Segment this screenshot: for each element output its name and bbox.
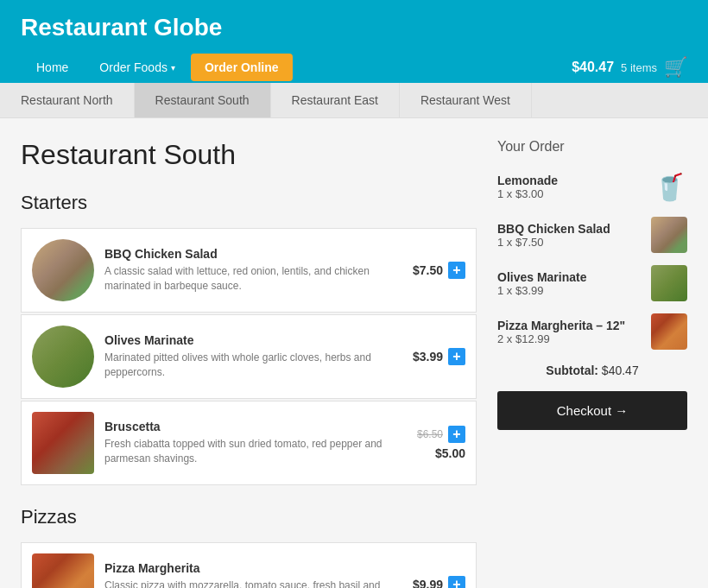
order-item-bbq: BBQ Chicken Salad 1 x $7.50 — [497, 217, 687, 253]
tab-restaurant-west[interactable]: Restaurant West — [400, 83, 532, 117]
list-item: Bruscetta Fresh ciabatta topped with sun… — [21, 401, 477, 485]
page-title: Restaurant South — [21, 139, 477, 171]
add-olives-marinate-button[interactable]: + — [448, 348, 465, 365]
item-price: $3.99 — [413, 350, 443, 364]
item-price: $9.99 — [413, 578, 443, 588]
list-item: Pizza Margherita Classic pizza with mozz… — [21, 542, 477, 588]
price-row: $7.50 + — [413, 262, 465, 279]
main-content: Restaurant South Starters BBQ Chicken Sa… — [0, 118, 708, 588]
section-pizzas-header: Pizzas — [21, 506, 477, 528]
item-info-bruscetta: Bruscetta Fresh ciabatta topped with sun… — [104, 420, 407, 466]
order-item-qty-price: 1 x $3.00 — [497, 187, 644, 200]
restaurant-tabs: Restaurant North Restaurant South Restau… — [0, 83, 708, 118]
item-desc: A classic salad with lettuce, red onion,… — [104, 264, 402, 294]
nav-order-foods[interactable]: Order Foods ▾ — [84, 52, 191, 83]
item-price-section: $6.50 + $5.00 — [417, 426, 465, 460]
order-item-name: BBQ Chicken Salad — [497, 222, 644, 236]
cart-icon[interactable]: 🛒 — [664, 56, 687, 79]
cart-summary: $40.47 5 items 🛒 — [572, 56, 687, 79]
price-row: $3.99 + — [413, 348, 465, 365]
order-item-lemonade: Lemonade 1 x $3.00 🥤 — [497, 168, 687, 205]
item-name: BBQ Chicken Salad — [104, 247, 402, 261]
price-row: $6.50 + — [417, 426, 465, 443]
item-name: Olives Marinate — [104, 333, 402, 347]
tab-restaurant-south[interactable]: Restaurant South — [135, 83, 271, 117]
cart-items-count: 5 items — [621, 61, 657, 74]
item-image-bbq-chicken-salad — [32, 239, 94, 301]
order-item-info: Lemonade 1 x $3.00 — [497, 174, 644, 200]
order-item-name: Lemonade — [497, 174, 644, 187]
order-sidebar: Your Order Lemonade 1 x $3.00 🥤 BBQ Chic… — [497, 139, 687, 588]
order-item-image-lemonade: 🥤 — [651, 168, 687, 205]
pizzas-list: Pizza Margherita Classic pizza with mozz… — [21, 542, 477, 588]
subtotal-label: Subtotal: — [546, 364, 598, 377]
subtotal-value: $40.47 — [602, 364, 639, 377]
order-item-olives: Olives Marinate 1 x $3.99 — [497, 265, 687, 301]
main-nav: Home Order Foods ▾ Order Online $40.47 5… — [21, 52, 687, 83]
order-item-info: BBQ Chicken Salad 1 x $7.50 — [497, 222, 644, 249]
add-pizza-margherita-button[interactable]: + — [448, 576, 465, 588]
order-item-info: Olives Marinate 1 x $3.99 — [497, 270, 644, 297]
order-item-image-olives — [651, 265, 687, 301]
cart-amount: $40.47 — [572, 60, 614, 75]
order-item-qty-price: 1 x $3.99 — [497, 284, 644, 297]
order-item-image-bbq — [651, 217, 687, 253]
item-price: $5.00 — [435, 446, 465, 460]
nav-order-online-button[interactable]: Order Online — [191, 54, 293, 81]
section-starters-header: Starters — [21, 192, 477, 214]
item-desc: Classic pizza with mozzarella, tomato sa… — [104, 579, 402, 588]
item-name: Bruscetta — [104, 420, 407, 433]
item-price-section: $9.99 + — [413, 576, 465, 588]
order-item-image-pizza — [651, 313, 687, 350]
order-item-name: Pizza Margherita – 12" — [497, 319, 644, 332]
app-title: Restaurant Globe — [21, 14, 687, 41]
order-item-pizza-12: Pizza Margherita – 12" 2 x $12.99 — [497, 313, 687, 350]
item-desc: Marinated pitted olives with whole garli… — [104, 351, 402, 380]
item-image-pizza-margherita — [32, 553, 94, 588]
chevron-down-icon: ▾ — [171, 63, 175, 73]
add-bbq-chicken-salad-button[interactable]: + — [448, 262, 465, 279]
item-price-section: $3.99 + — [413, 348, 465, 365]
checkout-button[interactable]: Checkout → — [497, 391, 687, 430]
add-bruscetta-button[interactable]: + — [448, 426, 465, 443]
item-price: $7.50 — [413, 263, 443, 277]
item-image-bruscetta — [32, 412, 94, 474]
item-name: Pizza Margherita — [104, 561, 402, 575]
item-price-section: $7.50 + — [413, 262, 465, 279]
nav-home[interactable]: Home — [21, 52, 84, 83]
order-item-qty-price: 2 x $12.99 — [497, 332, 644, 345]
order-item-info: Pizza Margherita – 12" 2 x $12.99 — [497, 319, 644, 345]
tab-restaurant-east[interactable]: Restaurant East — [271, 83, 400, 117]
order-item-name: Olives Marinate — [497, 270, 644, 284]
order-item-qty-price: 1 x $7.50 — [497, 236, 644, 249]
list-item: Olives Marinate Marinated pitted olives … — [21, 314, 477, 399]
order-title: Your Order — [497, 139, 687, 155]
menu-section: Restaurant South Starters BBQ Chicken Sa… — [21, 139, 477, 588]
item-price-old: $6.50 — [417, 428, 443, 440]
price-row: $9.99 + — [413, 576, 465, 588]
tab-restaurant-north[interactable]: Restaurant North — [0, 83, 135, 117]
starters-list: BBQ Chicken Salad A classic salad with l… — [21, 228, 477, 485]
item-info-pizza: Pizza Margherita Classic pizza with mozz… — [104, 561, 402, 588]
item-image-olives-marinate — [32, 326, 94, 388]
item-info-olives: Olives Marinate Marinated pitted olives … — [104, 333, 402, 380]
order-subtotal: Subtotal: $40.47 — [497, 364, 687, 377]
list-item: BBQ Chicken Salad A classic salad with l… — [21, 228, 477, 313]
header: Restaurant Globe Home Order Foods ▾ Orde… — [0, 0, 708, 83]
item-desc: Fresh ciabatta topped with sun dried tom… — [104, 437, 407, 466]
item-info-bbq: BBQ Chicken Salad A classic salad with l… — [104, 247, 402, 294]
